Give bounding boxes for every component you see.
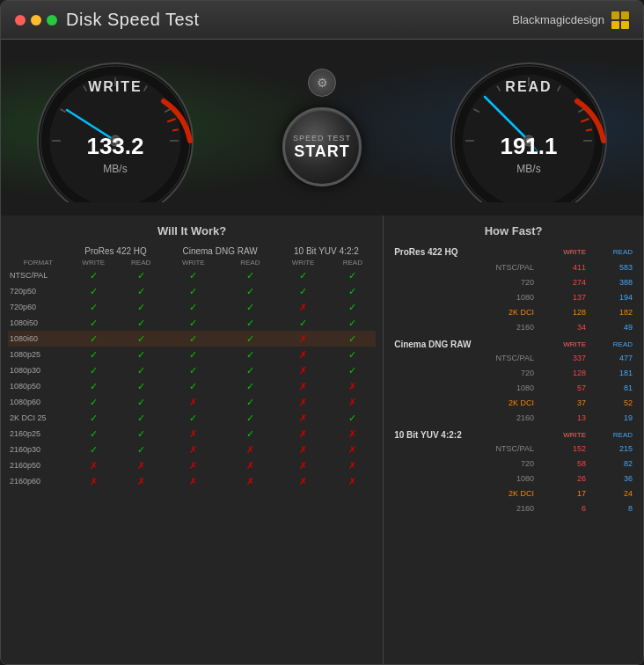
wiw-check-cell: ✗ bbox=[277, 299, 330, 315]
cross-icon: ✗ bbox=[348, 428, 356, 439]
hf-read-header: READ bbox=[589, 245, 636, 259]
check-icon: ✓ bbox=[348, 365, 356, 376]
svg-line-28 bbox=[586, 129, 592, 130]
wiw-check-cell: ✗ bbox=[329, 442, 376, 457]
wiw-check-cell: ✓ bbox=[69, 299, 119, 315]
check-icon: ✓ bbox=[348, 318, 356, 328]
wiw-check-cell: ✓ bbox=[119, 315, 164, 331]
wiw-check-cell: ✓ bbox=[119, 347, 164, 362]
how-fast-panel: How Fast? ProRes 422 HQWRITEREADNTSC/PAL… bbox=[384, 216, 643, 665]
hf-write-header: WRITE bbox=[538, 334, 589, 350]
check-icon: ✓ bbox=[189, 365, 197, 376]
hf-write-cell: 6 bbox=[538, 501, 589, 515]
wiw-check-cell: ✓ bbox=[164, 283, 224, 299]
check-icon: ✓ bbox=[246, 302, 254, 312]
check-icon: ✓ bbox=[90, 413, 98, 423]
write-value-number: 133.2 bbox=[27, 133, 203, 160]
wiw-check-cell: ✓ bbox=[164, 347, 224, 362]
wiw-row: 720p50✓✓✓✓✓✓ bbox=[8, 283, 376, 299]
wiw-check-cell: ✗ bbox=[69, 457, 119, 473]
wiw-check-cell: ✓ bbox=[119, 267, 164, 283]
check-icon: ✓ bbox=[246, 428, 254, 439]
wiw-check-cell: ✗ bbox=[277, 394, 330, 410]
wiw-check-cell: ✓ bbox=[164, 378, 224, 394]
brand-name: Blackmagicdesign bbox=[512, 13, 604, 26]
wiw-check-cell: ✓ bbox=[223, 410, 276, 426]
hf-read-cell: 477 bbox=[589, 350, 636, 365]
hf-write-cell: 128 bbox=[538, 304, 589, 319]
wiw-format-cell: 1080p30 bbox=[8, 362, 69, 378]
settings-button[interactable]: ⚙ bbox=[308, 69, 336, 97]
check-icon: ✓ bbox=[299, 270, 307, 281]
wiw-check-cell: ✓ bbox=[119, 331, 164, 347]
hf-write-header: WRITE bbox=[538, 425, 589, 441]
check-icon: ✓ bbox=[90, 365, 98, 376]
wiw-check-cell: ✗ bbox=[277, 362, 330, 378]
maximize-button[interactable] bbox=[47, 15, 57, 26]
hf-group-header-row: Cinema DNG RAWWRITEREAD bbox=[391, 334, 636, 350]
cross-icon: ✗ bbox=[348, 476, 356, 486]
start-button[interactable]: SPEED TEST START bbox=[282, 107, 362, 186]
prores-write-sub: WRITE bbox=[69, 258, 119, 267]
hf-data-row: NTSC/PAL411583 bbox=[391, 259, 636, 274]
title-bar-left: Disk Speed Test bbox=[15, 10, 200, 30]
check-icon: ✓ bbox=[246, 349, 254, 360]
wiw-check-cell: ✓ bbox=[329, 331, 376, 347]
wiw-format-cell: NTSC/PAL bbox=[8, 267, 69, 283]
wiw-check-cell: ✗ bbox=[164, 473, 224, 489]
data-section: Will It Work? ProRes 422 HQ Cinema DNG R… bbox=[1, 216, 643, 665]
wiw-check-cell: ✓ bbox=[119, 394, 164, 410]
wiw-row: 2160p50✗✗✗✗✗✗ bbox=[8, 457, 376, 473]
wiw-check-cell: ✗ bbox=[277, 457, 330, 473]
cross-icon: ✗ bbox=[348, 381, 356, 391]
check-icon: ✓ bbox=[189, 286, 197, 296]
wiw-check-cell: ✗ bbox=[69, 473, 119, 489]
hf-data-row: 21603449 bbox=[391, 319, 636, 334]
will-it-work-table: ProRes 422 HQ Cinema DNG RAW 10 Bit YUV … bbox=[8, 245, 376, 489]
wiw-check-cell: ✓ bbox=[329, 347, 376, 362]
cross-icon: ✗ bbox=[90, 460, 98, 471]
check-icon: ✓ bbox=[137, 349, 145, 360]
wiw-format-cell: 2160p30 bbox=[8, 442, 69, 457]
wiw-check-cell: ✓ bbox=[69, 410, 119, 426]
check-icon: ✓ bbox=[246, 397, 254, 407]
close-button[interactable] bbox=[15, 15, 26, 26]
write-gauge: WRITE 133.2 MB/s bbox=[27, 53, 203, 202]
hf-label-cell: 2160 bbox=[391, 319, 538, 334]
wiw-row: 2160p60✗✗✗✗✗✗ bbox=[8, 473, 376, 489]
wiw-format-cell: 1080p25 bbox=[8, 347, 69, 362]
wiw-group-header-row: ProRes 422 HQ Cinema DNG RAW 10 Bit YUV … bbox=[8, 245, 376, 258]
cross-icon: ✗ bbox=[299, 413, 307, 423]
wiw-check-cell: ✓ bbox=[69, 442, 119, 457]
wiw-check-cell: ✓ bbox=[223, 394, 276, 410]
cross-icon: ✗ bbox=[348, 460, 356, 471]
check-icon: ✓ bbox=[137, 428, 145, 439]
wiw-check-cell: ✓ bbox=[223, 362, 276, 378]
hf-group-header-row: 10 Bit YUV 4:2:2WRITEREAD bbox=[391, 425, 636, 441]
wiw-check-cell: ✓ bbox=[119, 299, 164, 315]
cross-icon: ✗ bbox=[246, 460, 254, 471]
brand-icon bbox=[611, 11, 629, 29]
wiw-check-cell: ✓ bbox=[277, 283, 330, 299]
hf-read-cell: 182 bbox=[589, 304, 636, 319]
hf-write-cell: 13 bbox=[538, 410, 589, 425]
hf-data-row: 216068 bbox=[391, 501, 636, 515]
hf-label-cell: 1080 bbox=[391, 471, 538, 486]
wiw-check-cell: ✗ bbox=[164, 394, 224, 410]
cross-icon: ✗ bbox=[137, 476, 145, 486]
check-icon: ✓ bbox=[137, 333, 145, 344]
hf-write-cell: 411 bbox=[538, 259, 589, 274]
wiw-format-cell: 1080i50 bbox=[8, 315, 69, 331]
cross-icon: ✗ bbox=[348, 444, 356, 455]
cross-icon: ✗ bbox=[246, 444, 254, 455]
check-icon: ✓ bbox=[90, 286, 98, 296]
hf-write-cell: 57 bbox=[538, 380, 589, 395]
how-fast-title: How Fast? bbox=[391, 224, 636, 238]
wiw-check-cell: ✗ bbox=[329, 426, 376, 442]
cross-icon: ✗ bbox=[348, 397, 356, 407]
wiw-check-cell: ✓ bbox=[119, 426, 164, 442]
wiw-check-cell: ✓ bbox=[329, 267, 376, 283]
wiw-format-cell: 720p50 bbox=[8, 283, 69, 299]
cross-icon: ✗ bbox=[189, 428, 197, 439]
minimize-button[interactable] bbox=[31, 15, 41, 26]
